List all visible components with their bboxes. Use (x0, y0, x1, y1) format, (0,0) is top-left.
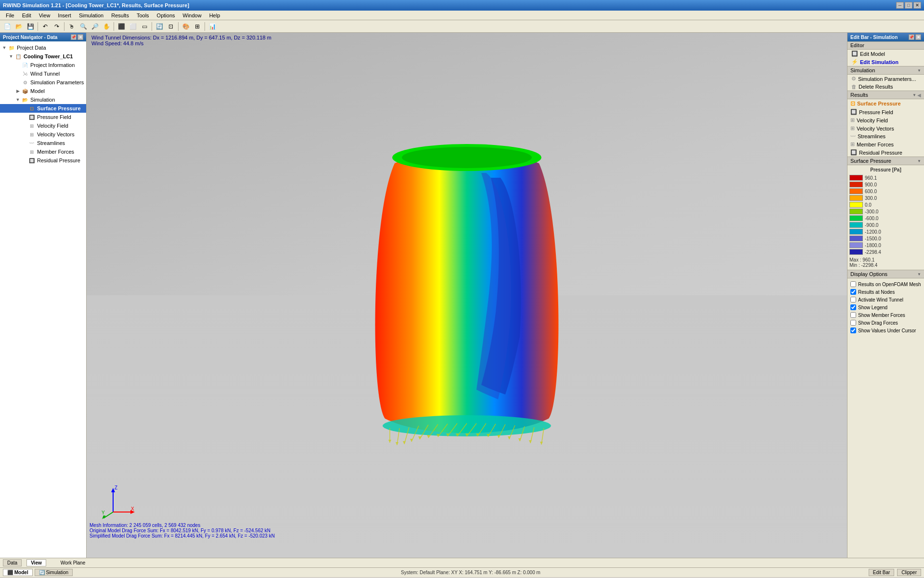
results-surface-pressure[interactable]: ⊡ Surface Pressure (847, 99, 924, 108)
tree-item-project-data[interactable]: ▼ 📁 Project Data (0, 43, 86, 52)
viewport[interactable]: Wind Tunnel Dimensions: Dx = 1216.894 m,… (87, 33, 847, 558)
display-option-checkbox[interactable] (850, 328, 856, 333)
tree-item-sim-params[interactable]: ▶ ⚙ Simulation Parameters (0, 78, 86, 87)
edit-simulation-btn[interactable]: ⚡ Edit Simulation (847, 58, 924, 66)
display-option-item[interactable]: Show Drag Forces (850, 319, 921, 327)
display-option-checkbox[interactable] (850, 281, 856, 287)
tree-item-model[interactable]: ▶ 📦 Model (0, 87, 86, 95)
tree-content: ▼ 📁 Project Data ▼ 📋 Cooling Tower_LC1 ▶… (0, 41, 86, 558)
toolbar-render[interactable]: 🎨 (180, 21, 191, 32)
tree-item-velocity-vectors[interactable]: ▶ ⊞ Velocity Vectors (0, 130, 86, 139)
results-residual-pressure[interactable]: 🔲 Residual Pressure (847, 148, 924, 157)
toolbar-fit[interactable]: ⊡ (166, 21, 176, 32)
simulation-section-arrow: ▼ (917, 68, 921, 73)
legend-color-swatch (849, 209, 863, 214)
toolbar-mesh[interactable]: ⊞ (192, 21, 203, 32)
menu-tools[interactable]: Tools (133, 12, 153, 19)
tree-icon-vv: ⊞ (28, 131, 36, 138)
display-option-item[interactable]: Show Member Forces (850, 311, 921, 319)
left-panel-pin[interactable]: 📌 (71, 34, 77, 40)
left-panel-close[interactable]: ✕ (77, 34, 83, 40)
viewport-info-line2: Wind Speed: 44.8 m/s (91, 40, 271, 46)
maximize-button[interactable]: □ (905, 2, 912, 9)
bottom-tab-model[interactable]: ⬛ Model (3, 569, 33, 576)
delete-results-btn[interactable]: 🗑 Delete Results (847, 83, 924, 91)
title-text: RWIND Simulation 1.21 - [Cooling Tower_L… (3, 2, 189, 8)
display-option-checkbox[interactable] (850, 297, 856, 302)
display-option-item[interactable]: Show Legend (850, 303, 921, 311)
results-streamlines[interactable]: 〰 Streamlines (847, 132, 924, 140)
tree-item-velocity-field[interactable]: ▶ ⊞ Velocity Field (0, 121, 86, 130)
legend-max-value: 960.1 (862, 257, 874, 263)
tab-data[interactable]: Data (3, 559, 22, 566)
tree-item-pressure-field[interactable]: ▶ 🔲 Pressure Field (0, 113, 86, 121)
simulation-section-header[interactable]: Simulation ▼ (847, 66, 924, 75)
edit-bar-pin[interactable]: 📌 (909, 34, 914, 40)
tree-item-cooling-tower[interactable]: ▼ 📋 Cooling Tower_LC1 (0, 52, 86, 61)
menu-edit[interactable]: Edit (18, 12, 35, 19)
display-option-label: Results on OpenFOAM Mesh (858, 282, 921, 287)
toolbar-rotate[interactable]: 🔄 (154, 21, 165, 32)
toolbar-results[interactable]: 📊 (207, 21, 218, 32)
pressure-section-header[interactable]: Surface Pressure ▼ (847, 157, 924, 165)
menu-results[interactable]: Results (107, 12, 133, 19)
menu-window[interactable]: Window (179, 12, 205, 19)
display-option-checkbox[interactable] (850, 304, 856, 310)
editor-section-title: Editor (847, 41, 924, 50)
menu-options[interactable]: Options (153, 12, 179, 19)
menu-insert[interactable]: Insert (54, 12, 75, 19)
minimize-button[interactable]: ─ (896, 2, 904, 9)
toolbar-redo[interactable]: ↷ (51, 21, 62, 32)
display-options-header[interactable]: Display Options ▼ (847, 270, 924, 278)
menu-file[interactable]: File (2, 12, 18, 19)
display-option-checkbox[interactable] (850, 312, 856, 318)
clipper-tab[interactable]: Clipper (897, 569, 921, 576)
bottom-tab-simulation[interactable]: 🔄 Simulation (35, 569, 73, 576)
tree-item-member-forces[interactable]: ▶ ⊞ Member Forces (0, 147, 86, 156)
toolbar-new[interactable]: 📄 (2, 21, 13, 32)
toolbar-pan[interactable]: ✋ (101, 21, 112, 32)
delete-results-icon: 🗑 (851, 84, 857, 90)
display-option-item[interactable]: Show Values Under Cursor (850, 327, 921, 334)
edit-bar-tab[interactable]: Edit Bar (869, 569, 895, 576)
toolbar-select[interactable]: 🖱 (66, 21, 77, 32)
display-option-checkbox[interactable] (850, 320, 856, 326)
sim-params-btn[interactable]: ⚙ Simulation Parameters... (847, 75, 924, 83)
svg-marker-34 (540, 442, 543, 445)
menu-simulation[interactable]: Simulation (75, 12, 107, 19)
menu-view[interactable]: View (35, 12, 54, 19)
results-section-header[interactable]: Results ▼ ◀ (847, 91, 924, 99)
tree-item-wind-tunnel[interactable]: ▶ 🌬 Wind Tunnel (0, 69, 86, 78)
tree-item-simulation[interactable]: ▼ 📂 Simulation (0, 95, 86, 104)
toolbar-zoom-out[interactable]: 🔎 (90, 21, 100, 32)
svg-marker-19 (396, 442, 398, 445)
main-layout: Project Navigator - Data 📌 ✕ ▼ 📁 Project… (0, 33, 924, 558)
results-velocity-vectors[interactable]: ⊞ Velocity Vectors (847, 124, 924, 132)
toolbar-save[interactable]: 💾 (25, 21, 36, 32)
results-pressure-field[interactable]: 🔲 Pressure Field (847, 108, 924, 116)
legend-color-swatch (849, 215, 863, 221)
edit-bar-close[interactable]: ✕ (915, 34, 921, 40)
toolbar-view-top[interactable]: ⬜ (128, 21, 138, 32)
legend-color-swatch (849, 195, 863, 201)
display-option-item[interactable]: Results at Nodes (850, 288, 921, 296)
close-button[interactable]: ✕ (913, 2, 921, 9)
tree-item-surface-pressure[interactable]: ▶ ⊡ Surface Pressure (0, 104, 86, 113)
tree-item-residual[interactable]: ▶ 🔲 Residual Pressure (0, 156, 86, 165)
legend-value-text: -300.0 (865, 209, 878, 214)
toolbar-view-front[interactable]: ▭ (139, 21, 150, 32)
edit-model-btn[interactable]: 🔲 Edit Model (847, 50, 924, 58)
results-velocity-field[interactable]: ⊞ Velocity Field (847, 116, 924, 124)
toolbar-zoom-in[interactable]: 🔍 (78, 21, 89, 32)
toolbar-view-3d[interactable]: ⬛ (116, 21, 127, 32)
tree-item-streamlines[interactable]: ▶ 〰 Streamlines (0, 139, 86, 147)
toolbar-undo[interactable]: ↶ (40, 21, 51, 32)
toolbar-open[interactable]: 📂 (13, 21, 24, 32)
display-option-item[interactable]: Activate Wind Tunnel (850, 296, 921, 303)
display-option-item[interactable]: Results on OpenFOAM Mesh (850, 280, 921, 288)
tab-view[interactable]: View (26, 559, 46, 566)
tree-item-project-info[interactable]: ▶ 📄 Project Information (0, 61, 86, 69)
display-option-checkbox[interactable] (850, 289, 856, 295)
menu-help[interactable]: Help (205, 12, 224, 19)
results-member-forces[interactable]: ⊞ Member Forces (847, 140, 924, 148)
